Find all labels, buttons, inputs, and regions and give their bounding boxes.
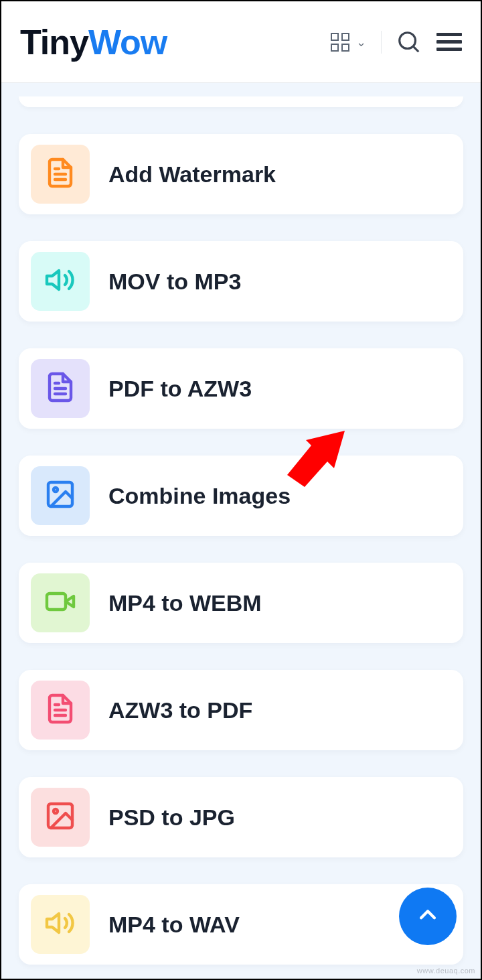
document-icon [44,371,76,406]
menu-button[interactable] [436,29,462,55]
speaker-icon [44,907,76,942]
svg-line-1 [413,46,418,52]
grid-icon [331,33,349,52]
chevron-up-icon [416,904,439,929]
tool-title: Combine Images [108,483,291,509]
tool-card[interactable]: MP4 to WAV [19,884,463,965]
image-icon [44,478,76,513]
search-icon [396,29,422,55]
search-button[interactable] [396,29,422,55]
svg-marker-18 [47,914,59,932]
list-peek-top [19,96,463,107]
tool-card[interactable]: Add Watermark [19,134,463,214]
chevron-down-icon: ⌄ [356,35,366,50]
tool-title: PDF to AZW3 [108,376,252,402]
hamburger-icon [436,33,462,51]
tool-title: PSD to JPG [108,804,235,831]
tool-card[interactable]: MP4 to WEBM [19,563,463,643]
tool-title: MOV to MP3 [108,269,241,295]
speaker-icon [44,264,76,299]
categories-button[interactable]: ⌄ [331,33,366,52]
svg-point-17 [54,809,58,813]
tool-title: Add Watermark [108,161,276,188]
svg-marker-5 [47,271,59,289]
tool-tile [31,145,90,204]
document-icon [44,157,76,192]
video-icon [44,585,76,620]
tool-tile [31,788,90,847]
logo[interactable]: TinyWow [20,22,167,62]
tool-tile [31,895,90,954]
svg-point-0 [400,32,416,48]
svg-point-10 [54,488,58,492]
tool-title: AZW3 to PDF [108,697,252,723]
watermark: www.deuaq.com [417,967,475,975]
tool-list: Add Watermark MOV to MP3 PDF to AZW3 Com… [1,83,481,980]
header-divider [381,31,382,54]
tool-tile [31,681,90,740]
tool-tile [31,252,90,311]
image-icon [44,800,76,835]
tool-tile [31,466,90,525]
app-header: TinyWow ⌄ [1,1,481,83]
document-icon [44,693,76,727]
tool-tile [31,573,90,632]
tool-title: MP4 to WEBM [108,590,262,616]
logo-part-1: Tiny [20,23,88,62]
tool-card[interactable]: Combine Images [19,456,463,536]
header-actions: ⌄ [331,29,462,55]
tool-tile [31,359,90,418]
scroll-to-top-button[interactable] [399,888,457,945]
logo-part-2: Wow [88,23,167,62]
svg-rect-11 [47,593,66,610]
tool-card[interactable]: PDF to AZW3 [19,348,463,429]
tool-card[interactable]: AZW3 to PDF [19,670,463,750]
tool-card[interactable]: PSD to JPG [19,777,463,857]
tool-card[interactable]: MOV to MP3 [19,241,463,322]
tool-title: MP4 to WAV [108,912,240,938]
